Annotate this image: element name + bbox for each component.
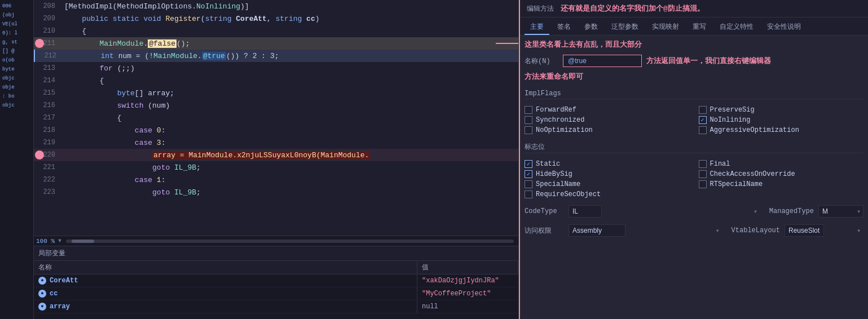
scroll-thumb[interactable] (72, 240, 94, 243)
checkbox-box-specialname[interactable] (525, 180, 532, 188)
tab-security[interactable]: 安全性说明 (761, 20, 807, 35)
table-row: 217 { (34, 112, 518, 124)
checkbox-label-specialname: SpecialName (536, 180, 580, 188)
locals-panel: 局部变量 名称 值 ● CoreAtt "xakDaOzjgjIydnJRa" … (34, 246, 518, 319)
checkbox-box-static[interactable] (525, 160, 532, 168)
name-row: 名称(N) 方法返回值单一，我们直接右键编辑器 (525, 55, 863, 67)
line-content-213: for (;;) (62, 64, 518, 73)
locals-table: 名称 值 ● CoreAtt "xakDaOzjgjIydnJRa" ● cc … (34, 261, 518, 319)
tab-generic[interactable]: 泛型参数 (606, 20, 644, 35)
line-content-211: MainModule.@false(); (62, 39, 518, 48)
implflags-grid: ForwardRef PreserveSig Synchronized NoIn… (525, 106, 863, 134)
sidebar-item-11: objc (1, 101, 32, 109)
checkbox-box-final[interactable] (699, 160, 707, 168)
locals-value-array: null (417, 300, 518, 313)
checkbox-box-hidebysig[interactable] (525, 170, 532, 178)
checkbox-label-aggressiveopt: AggressiveOptimization (710, 126, 799, 134)
checkbox-box-rtspecialname[interactable] (699, 180, 707, 188)
checkbox-label-forwardref: ForwardRef (536, 106, 576, 114)
checkbox-box-noinlining[interactable] (699, 116, 707, 124)
checkbox-static[interactable]: Static (525, 160, 690, 168)
tab-main[interactable]: 主要 (525, 20, 549, 35)
var-icon-array: ● (38, 303, 46, 311)
checkbox-label-preservesig: PreserveSig (710, 106, 755, 114)
line-number-217: 217 (34, 114, 62, 122)
checkbox-box-synchronized[interactable] (525, 116, 532, 124)
code-lines: 208 [MethodImpl(MethodImplOptions.NoInli… (34, 0, 518, 198)
line-number-223: 223 (34, 188, 62, 196)
tab-override[interactable]: 重写 (687, 20, 712, 35)
table-row: 216 switch (num) (34, 99, 518, 112)
code-area: 208 [MethodImpl(MethodImplOptions.NoInli… (34, 0, 518, 236)
checkbox-box-nooptimization[interactable] (525, 126, 532, 134)
checkbox-box-forwardref[interactable] (525, 106, 532, 114)
checkbox-box-preservesig[interactable] (699, 106, 707, 114)
locals-value-cc: "MyCoffeeProject" (417, 287, 518, 300)
table-row: 210 { (34, 25, 518, 37)
checkbox-box-checkaccessonoverride[interactable] (699, 170, 707, 178)
sidebar-item-5: [] @ (1, 47, 32, 55)
checkbox-box-requiresecobject[interactable] (525, 190, 532, 198)
codetype-select[interactable]: IL Native OPTIL Runtime (569, 205, 602, 218)
zoom-label[interactable]: 100 % (36, 238, 55, 245)
table-row: 221 goto IL_9B; (34, 161, 518, 174)
table-row: 218 case 0: (34, 124, 518, 136)
checkbox-aggressiveopt[interactable]: AggressiveOptimization (699, 126, 864, 134)
access-select[interactable]: Assembly Public Private Family FamANDAss… (569, 224, 625, 237)
managedtype-select[interactable]: M Unmanaged (818, 205, 863, 218)
sidebar-item-3: 0): l (1, 29, 32, 37)
vtablelayout-select[interactable]: ReuseSlot NewSlot (785, 224, 824, 237)
checkbox-preservesig[interactable]: PreserveSig (699, 106, 864, 114)
locals-name-cc: ● cc (34, 287, 417, 300)
line-content-219: case 3: (62, 139, 518, 147)
tab-custom-attr[interactable]: 自定义特性 (714, 20, 759, 35)
right-panel: 编辑方法 还有就是自定义的名字我们加个@防止搞混。 主要 签名 参数 泛型参数 … (519, 0, 868, 319)
checkbox-nooptimization[interactable]: NoOptimization (525, 126, 690, 134)
var-name-cc: cc (50, 290, 58, 298)
panel-body: 这里类名看上去有点乱，而且大部分 名称(N) 方法返回值单一，我们直接右键编辑器… (520, 36, 868, 319)
access-row: 访问权限 Assembly Public Private Family FamA… (525, 224, 863, 237)
checkbox-noinlining[interactable]: NoInlining (699, 116, 864, 124)
checkbox-synchronized[interactable]: Synchronized (525, 116, 690, 124)
name-input[interactable] (563, 55, 642, 67)
scroll-track[interactable] (66, 240, 514, 243)
line-number-218: 218 (34, 126, 62, 134)
line-content-217: { (62, 114, 518, 122)
table-row: 220 array = MainModule.x2njuLSSuyaxL0noy… (34, 149, 518, 161)
tab-impl-map[interactable]: 实现映射 (646, 20, 685, 35)
annotation-text-1: 还有就是自定义的名字我们加个@防止搞混。 (561, 3, 704, 14)
locals-header-name: 名称 (34, 261, 417, 274)
line-content-216: switch (num) (62, 101, 518, 110)
checkbox-specialname[interactable]: SpecialName (525, 180, 690, 188)
table-row: 209 public static void Register(string C… (34, 12, 518, 25)
checkbox-label-rtspecialname: RTSpecialName (710, 180, 763, 188)
checkbox-final[interactable]: Final (699, 160, 864, 168)
sidebar-item-0: 006 (1, 2, 32, 10)
tab-signature[interactable]: 签名 (552, 20, 576, 35)
codetype-label: CodeType (525, 207, 564, 215)
locals-title: 局部变量 (34, 246, 518, 261)
checkbox-checkaccessonoverride[interactable]: CheckAccessOnOverride (699, 170, 864, 178)
table-row: 213 for (;;) (34, 62, 518, 74)
line-number-210: 210 (34, 27, 62, 35)
tabs-row: 主要 签名 参数 泛型参数 实现映射 重写 自定义特性 安全性说明 (520, 17, 868, 36)
locals-header: 名称 值 (34, 261, 518, 274)
checkbox-requiresecobject[interactable]: RequireSecObject (525, 190, 690, 198)
tab-params[interactable]: 参数 (579, 20, 603, 35)
line-number-221: 221 (34, 163, 62, 171)
checkbox-hidebysig[interactable]: HideBySig (525, 170, 690, 178)
var-icon-cc: ● (38, 290, 46, 298)
checkbox-forwardref[interactable]: ForwardRef (525, 106, 690, 114)
zoom-dropdown-icon[interactable]: ▼ (58, 238, 61, 244)
codetype-row: CodeType IL Native OPTIL Runtime Managed… (525, 205, 863, 218)
flags-section-title: 标志位 (525, 141, 863, 153)
checkbox-box-aggressiveopt[interactable] (699, 126, 707, 134)
managedtype-select-wrapper: M Unmanaged (818, 205, 863, 218)
var-name-array: array (50, 303, 70, 311)
managedtype-label: ManagedType (769, 207, 814, 215)
flags-grid: Static Final HideBySig CheckAccessOnOver… (525, 160, 863, 198)
checkbox-rtspecialname[interactable]: RTSpecialName (699, 180, 864, 188)
line-content-223: goto IL_9B; (62, 188, 518, 197)
breakpoint-211 (35, 39, 44, 48)
table-row: 223 goto IL_9B; (34, 186, 518, 198)
